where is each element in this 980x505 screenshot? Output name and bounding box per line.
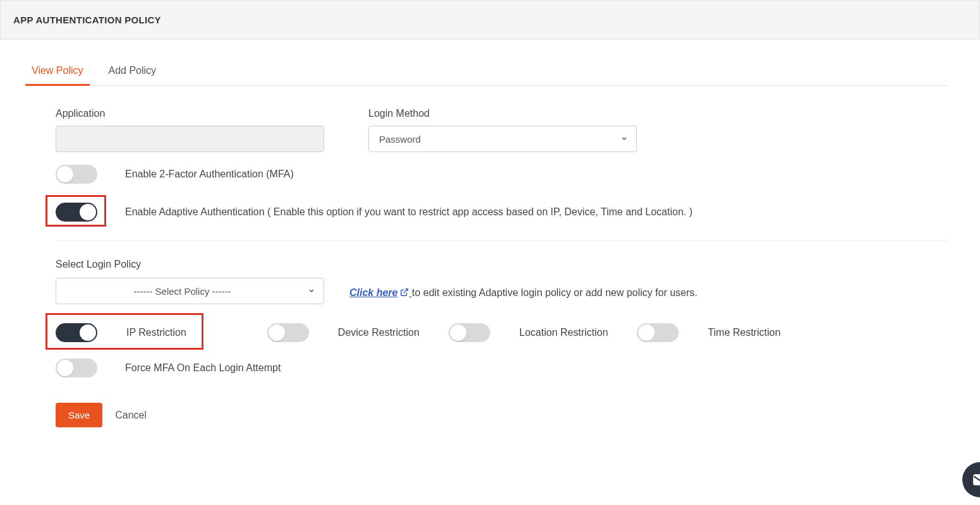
chat-widget-button[interactable] bbox=[962, 462, 980, 497]
toggle-mfa-label: Enable 2-Factor Authentication (MFA) bbox=[125, 169, 294, 180]
form-area: Application Login Method Password Enable… bbox=[32, 108, 948, 427]
tabs: View Policy Add Policy bbox=[32, 65, 948, 86]
svg-line-0 bbox=[404, 289, 408, 293]
mail-icon bbox=[972, 472, 980, 488]
toggle-adaptive-auth-label: Enable Adaptive Authentication ( Enable … bbox=[125, 206, 693, 218]
toggle-device-restriction-label: Device Restriction bbox=[338, 327, 420, 338]
click-here-link[interactable]: Click here bbox=[349, 287, 412, 298]
toggle-ip-restriction-label: IP Restriction bbox=[126, 327, 186, 338]
toggle-ip-restriction[interactable] bbox=[56, 323, 97, 342]
select-login-policy-label: Select Login Policy bbox=[56, 259, 948, 270]
login-policy-select[interactable]: ------ Select Policy ------ bbox=[56, 278, 324, 304]
login-method-select[interactable]: Password bbox=[368, 126, 637, 152]
toggle-adaptive-auth[interactable] bbox=[56, 203, 97, 222]
toggle-force-mfa[interactable] bbox=[56, 359, 97, 377]
content-area: View Policy Add Policy Application Login… bbox=[0, 40, 980, 440]
application-label: Application bbox=[56, 108, 324, 119]
login-policy-help: Click here to edit existing Adaptive log… bbox=[349, 287, 698, 304]
toggle-mfa[interactable] bbox=[56, 165, 97, 184]
toggle-location-restriction[interactable] bbox=[449, 323, 490, 342]
toggle-force-mfa-label: Force MFA On Each Login Attempt bbox=[125, 362, 281, 374]
page-header: APP AUTHENTICATION POLICY bbox=[0, 0, 980, 40]
save-button[interactable]: Save bbox=[56, 403, 102, 427]
page-title: APP AUTHENTICATION POLICY bbox=[13, 15, 161, 25]
toggle-time-restriction-label: Time Restriction bbox=[708, 327, 780, 338]
cancel-button[interactable]: Cancel bbox=[115, 410, 147, 421]
tab-view-policy[interactable]: View Policy bbox=[32, 65, 83, 85]
login-policy-help-suffix: to edit existing Adaptive login policy o… bbox=[412, 287, 698, 298]
login-method-label: Login Method bbox=[368, 108, 637, 119]
divider bbox=[56, 241, 948, 241]
toggle-device-restriction[interactable] bbox=[267, 323, 309, 342]
toggle-location-restriction-label: Location Restriction bbox=[519, 327, 608, 338]
external-link-icon bbox=[400, 288, 409, 299]
application-input[interactable] bbox=[56, 126, 324, 152]
toggle-time-restriction[interactable] bbox=[637, 323, 679, 342]
tab-add-policy[interactable]: Add Policy bbox=[109, 65, 157, 85]
